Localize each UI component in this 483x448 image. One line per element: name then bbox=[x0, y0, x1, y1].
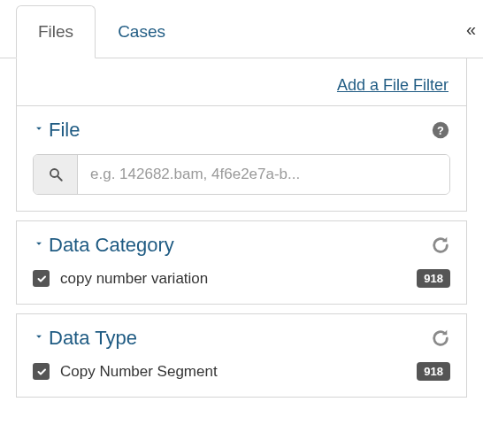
section-file: File ? bbox=[17, 106, 466, 211]
collapse-icon[interactable]: « bbox=[466, 19, 476, 40]
svg-text:?: ? bbox=[437, 124, 444, 137]
tabs-row: Files Cases « bbox=[0, 0, 483, 58]
count-badge: 918 bbox=[417, 362, 450, 381]
checkbox-checked-icon[interactable] bbox=[33, 270, 50, 287]
section-file-title: File bbox=[49, 119, 80, 142]
section-data-type: Data Type Copy Number Segment 918 bbox=[17, 314, 466, 397]
add-filter-row: Add a File Filter bbox=[17, 58, 466, 106]
add-file-filter-link[interactable]: Add a File Filter bbox=[337, 76, 448, 94]
reset-icon[interactable] bbox=[431, 236, 450, 255]
tab-cases[interactable]: Cases bbox=[96, 5, 188, 58]
section-data-type-title: Data Type bbox=[49, 327, 137, 350]
chevron-down-icon bbox=[33, 122, 45, 138]
section-data-type-header: Data Type bbox=[33, 327, 450, 350]
facet-row: Copy Number Segment 918 bbox=[33, 362, 450, 381]
section-data-category: Data Category copy number variation 918 bbox=[17, 221, 466, 304]
help-icon[interactable]: ? bbox=[431, 120, 450, 140]
filters-panel: Add a File Filter File ? bbox=[16, 58, 467, 212]
section-data-category-toggle[interactable]: Data Category bbox=[33, 234, 174, 257]
search-icon[interactable] bbox=[34, 155, 78, 194]
facet-label[interactable]: Copy Number Segment bbox=[60, 363, 417, 381]
section-data-category-panel: Data Category copy number variation 918 bbox=[16, 220, 467, 305]
facet-row: copy number variation 918 bbox=[33, 269, 450, 288]
section-file-header: File ? bbox=[33, 119, 450, 142]
section-data-category-header: Data Category bbox=[33, 234, 450, 257]
reset-icon[interactable] bbox=[431, 328, 450, 348]
count-badge: 918 bbox=[417, 269, 450, 288]
tab-files[interactable]: Files bbox=[16, 5, 96, 58]
checkbox-checked-icon[interactable] bbox=[33, 363, 50, 380]
section-data-type-panel: Data Type Copy Number Segment 918 bbox=[16, 313, 467, 398]
chevron-down-icon bbox=[33, 237, 45, 253]
section-data-category-title: Data Category bbox=[49, 234, 174, 257]
chevron-down-icon bbox=[33, 330, 45, 346]
file-search-group bbox=[33, 154, 450, 195]
section-data-type-toggle[interactable]: Data Type bbox=[33, 327, 137, 350]
svg-line-3 bbox=[58, 176, 62, 181]
section-file-toggle[interactable]: File bbox=[33, 119, 80, 142]
file-search-input[interactable] bbox=[78, 155, 449, 194]
facet-label[interactable]: copy number variation bbox=[60, 270, 417, 288]
